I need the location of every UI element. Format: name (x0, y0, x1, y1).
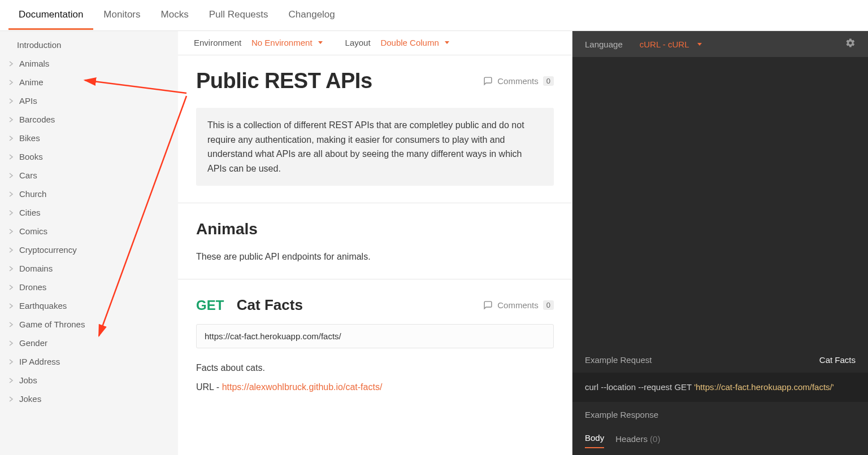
sidebar-item[interactable]: Drones (0, 278, 178, 296)
sidebar-item[interactable]: Books (0, 147, 178, 166)
endpoint-comments-button[interactable]: Comments 0 (483, 300, 554, 310)
endpoint-desc: Facts about cats. (196, 363, 554, 373)
section-heading: Animals (196, 220, 554, 238)
comments-label: Comments (497, 300, 539, 310)
sidebar-item-label: Gender (19, 338, 47, 348)
main-column: Environment No Environment Layout Double… (178, 31, 572, 455)
sidebar-item-label: Introduction (17, 40, 61, 50)
chevron-right-icon (9, 303, 14, 309)
layout-label: Layout (345, 38, 371, 47)
comments-button[interactable]: Comments 0 (483, 76, 554, 86)
sidebar-item[interactable]: IP Address (0, 352, 178, 371)
sidebar-item-introduction[interactable]: Introduction (0, 36, 178, 54)
endpoint-url[interactable]: https://cat-fact.herokuapp.com/facts/ (196, 324, 554, 348)
endpoint-title: Cat Facts (237, 296, 303, 313)
sidebar-item-label: Cars (19, 170, 37, 180)
sidebar-item-label: Earthquakes (19, 301, 67, 310)
environment-select[interactable]: No Environment (251, 38, 323, 47)
tab-pull-requests[interactable]: Pull Requests (199, 1, 279, 30)
chevron-right-icon (9, 359, 14, 365)
comment-icon (483, 300, 493, 310)
sidebar-item-label: Books (19, 152, 43, 161)
sidebar-item[interactable]: Jobs (0, 371, 178, 390)
example-response-label: Example Response (572, 402, 868, 427)
sidebar-item-label: IP Address (19, 357, 60, 366)
chevron-right-icon (9, 229, 14, 234)
sidebar-item[interactable]: Comics (0, 222, 178, 240)
sidebar-item-label: Cities (19, 208, 41, 217)
chevron-right-icon (9, 378, 14, 383)
example-request-name: Cat Facts (819, 355, 856, 365)
sidebar-item-label: Drones (19, 282, 46, 292)
environment-label: Environment (194, 38, 241, 47)
code-panel: Language cURL - cURL Example Request Cat… (572, 31, 868, 455)
sidebar-item[interactable]: Game of Thrones (0, 315, 178, 334)
tab-mocks[interactable]: Mocks (151, 1, 199, 30)
sidebar-item[interactable]: Domains (0, 259, 178, 278)
page-title: Public REST APIs (196, 69, 372, 93)
tab-monitors[interactable]: Monitors (93, 1, 150, 30)
example-request-label: Example Request (585, 355, 652, 365)
sidebar-item-label: Jokes (19, 394, 41, 404)
chevron-right-icon (9, 266, 14, 272)
caret-down-icon (318, 41, 323, 44)
response-tab-body[interactable]: Body (585, 433, 604, 448)
tab-documentation[interactable]: Documentation (8, 1, 93, 30)
chevron-right-icon (9, 135, 14, 141)
code-block[interactable]: curl --location --request GET 'https://c… (572, 373, 868, 402)
sidebar-item[interactable]: Cars (0, 166, 178, 185)
http-method: GET (196, 298, 224, 313)
sidebar-item-label: Anime (19, 77, 44, 87)
intro-block: This is a collection of different REST A… (196, 108, 554, 186)
sidebar-item-label: Cryptocurrency (19, 245, 77, 255)
sidebar-item[interactable]: Bikes (0, 129, 178, 147)
endpoint-doc-link[interactable]: https://alexwohlbruck.github.io/cat-fact… (222, 382, 383, 392)
sidebar: Introduction AnimalsAnimeAPIsBarcodesBik… (0, 31, 178, 455)
sidebar-item[interactable]: Gender (0, 334, 178, 352)
sidebar-item-label: APIs (19, 96, 37, 106)
divider (178, 203, 572, 203)
sidebar-item[interactable]: Cryptocurrency (0, 240, 178, 259)
comments-count: 0 (543, 76, 554, 86)
chevron-right-icon (9, 80, 14, 85)
comments-label: Comments (497, 76, 539, 86)
response-tab-headers[interactable]: Headers (0) (615, 434, 660, 448)
chevron-right-icon (9, 322, 14, 327)
sidebar-item[interactable]: Barcodes (0, 110, 178, 129)
sidebar-item-label: Game of Thrones (19, 320, 85, 329)
sidebar-item-label: Comics (19, 226, 47, 236)
sidebar-item[interactable]: Earthquakes (0, 296, 178, 315)
section-desc: These are public API endpoints for anima… (196, 252, 554, 262)
caret-down-icon (445, 41, 449, 44)
comment-icon (483, 76, 493, 86)
doc-toolbar: Environment No Environment Layout Double… (178, 31, 572, 55)
sidebar-item[interactable]: Anime (0, 73, 178, 91)
chevron-right-icon (9, 210, 14, 216)
language-label: Language (585, 40, 623, 49)
sidebar-item-label: Animals (19, 59, 49, 68)
language-select[interactable]: cURL - cURL (640, 40, 702, 49)
sidebar-item-label: Jobs (19, 375, 37, 385)
settings-icon[interactable] (845, 38, 856, 50)
chevron-right-icon (9, 396, 14, 402)
sidebar-item-label: Church (19, 189, 46, 199)
sidebar-item[interactable]: APIs (0, 91, 178, 110)
language-value: cURL - cURL (640, 40, 689, 49)
sidebar-item[interactable]: Animals (0, 54, 178, 73)
chevron-right-icon (9, 247, 14, 253)
endpoint-url-line: URL - https://alexwohlbruck.github.io/ca… (196, 382, 554, 392)
tab-changelog[interactable]: Changelog (279, 1, 345, 30)
chevron-right-icon (9, 285, 14, 290)
sidebar-item[interactable]: Church (0, 185, 178, 203)
chevron-right-icon (9, 98, 14, 104)
sidebar-item-label: Domains (19, 264, 53, 273)
top-tabs: Documentation Monitors Mocks Pull Reques… (0, 0, 868, 31)
sidebar-item[interactable]: Cities (0, 203, 178, 222)
layout-value: Double Column (380, 38, 439, 47)
chevron-right-icon (9, 154, 14, 160)
chevron-right-icon (9, 61, 14, 67)
environment-value: No Environment (251, 38, 313, 47)
sidebar-item[interactable]: Jokes (0, 390, 178, 408)
comments-count: 0 (543, 300, 554, 310)
layout-select[interactable]: Double Column (380, 38, 449, 47)
